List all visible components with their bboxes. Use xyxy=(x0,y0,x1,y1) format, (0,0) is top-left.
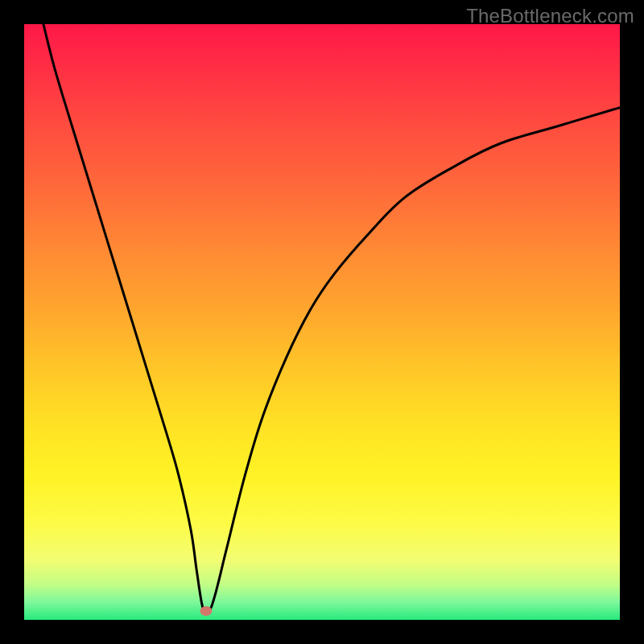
optimal-point-marker xyxy=(200,606,212,616)
chart-curve xyxy=(24,24,620,620)
watermark-text: TheBottleneck.com xyxy=(466,5,634,27)
plot-area xyxy=(24,24,620,620)
bottleneck-curve-path xyxy=(42,24,620,613)
